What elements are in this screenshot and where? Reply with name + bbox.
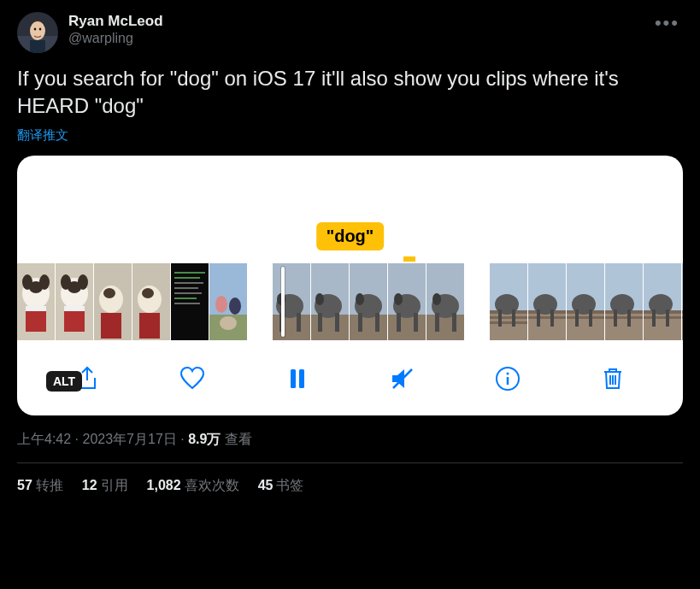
svg-rect-72 [490,310,527,340]
svg-rect-98 [614,309,617,327]
svg-rect-84 [537,309,540,327]
svg-rect-57 [358,313,362,332]
clip-frame [209,263,247,340]
svg-rect-110 [682,316,683,319]
svg-rect-46 [297,313,301,332]
svg-point-16 [61,274,71,290]
clip-frame [682,263,683,340]
views-count: 8.9万 [188,432,221,446]
svg-rect-34 [174,297,197,299]
svg-rect-58 [375,313,379,332]
svg-point-17 [78,274,88,290]
svg-point-4 [39,27,42,30]
svg-rect-36 [209,263,247,315]
svg-rect-35 [174,303,200,304]
svg-point-118 [507,372,509,374]
svg-rect-115 [299,369,304,388]
svg-rect-94 [605,310,643,340]
svg-rect-96 [605,316,643,319]
clip-frame [56,263,93,340]
svg-point-26 [142,288,154,298]
svg-point-68 [432,293,441,305]
svg-rect-85 [550,309,554,327]
svg-rect-27 [139,313,160,339]
svg-point-22 [103,288,115,298]
retweets-stat[interactable]: 57转推 [17,477,63,495]
svg-rect-87 [567,310,604,340]
svg-rect-69 [435,313,439,332]
divider [17,462,683,463]
svg-rect-33 [174,292,202,294]
clip-frame [528,263,566,340]
pause-icon[interactable] [281,362,314,395]
svg-point-38 [215,296,227,313]
alt-badge[interactable]: ALT [46,371,82,392]
svg-point-39 [229,297,241,315]
svg-rect-52 [335,313,339,332]
display-name: Ryan McLeod [68,12,163,30]
tweet-header: Ryan McLeod @warpling ••• [17,12,683,53]
svg-rect-89 [567,316,604,319]
playhead-indicator [281,267,285,337]
svg-rect-109 [682,310,683,314]
heart-icon[interactable] [176,362,209,395]
svg-rect-103 [644,316,681,319]
svg-rect-29 [174,272,205,274]
more-icon[interactable]: ••• [655,12,679,34]
tweet-date: 2023年7月17日 [82,432,176,446]
svg-rect-31 [174,282,203,284]
svg-rect-92 [589,309,592,327]
trash-icon[interactable] [597,362,629,395]
mute-icon[interactable] [386,362,419,395]
user-info[interactable]: Ryan McLeod @warpling [68,12,163,47]
video-timeline[interactable] [17,263,683,340]
svg-rect-66 [426,315,464,340]
svg-rect-78 [512,309,515,327]
svg-point-62 [394,293,403,305]
svg-rect-101 [644,310,681,340]
user-handle: @warpling [68,30,163,47]
svg-rect-51 [318,313,322,332]
svg-rect-60 [388,315,426,340]
clip-group[interactable] [490,263,683,340]
bookmarks-stat[interactable]: 45书签 [258,477,304,495]
svg-rect-105 [652,309,656,327]
svg-rect-77 [498,309,502,327]
clip-frame [17,263,55,340]
clip-frame [388,263,426,340]
svg-rect-70 [452,313,456,332]
clip-group-active[interactable] [273,263,464,340]
svg-rect-42 [273,315,310,340]
tweet-meta[interactable]: 上午4:42 · 2023年7月17日 · 8.9万 查看 [17,431,683,449]
media-attachment[interactable]: "dog" [17,156,683,415]
svg-point-3 [34,27,37,30]
svg-rect-12 [26,306,46,311]
clip-frame [567,263,604,340]
svg-rect-106 [666,309,669,327]
clip-frame [644,263,681,340]
svg-rect-30 [174,277,200,279]
info-icon[interactable] [491,362,524,395]
tweet-text: If you search for "dog" on iOS 17 it'll … [17,65,683,121]
svg-rect-32 [174,287,198,289]
clip-group[interactable] [17,263,247,340]
translate-link[interactable]: 翻译推文 [17,127,683,144]
svg-point-56 [356,293,364,305]
svg-rect-80 [528,310,566,340]
svg-rect-91 [575,309,579,327]
likes-stat[interactable]: 1,082喜欢次数 [147,477,239,495]
svg-rect-5 [30,40,45,53]
svg-rect-99 [627,309,631,327]
clip-frame [426,263,464,340]
svg-rect-54 [350,315,387,340]
svg-rect-19 [64,306,85,311]
svg-rect-74 [490,316,527,319]
avatar[interactable] [17,12,58,53]
clip-frame [171,263,209,340]
quotes-stat[interactable]: 12引用 [82,477,128,495]
svg-rect-63 [397,313,401,332]
svg-rect-64 [414,313,418,332]
caption-marker [403,256,415,262]
svg-rect-107 [682,263,683,310]
views-label: 查看 [225,432,252,446]
